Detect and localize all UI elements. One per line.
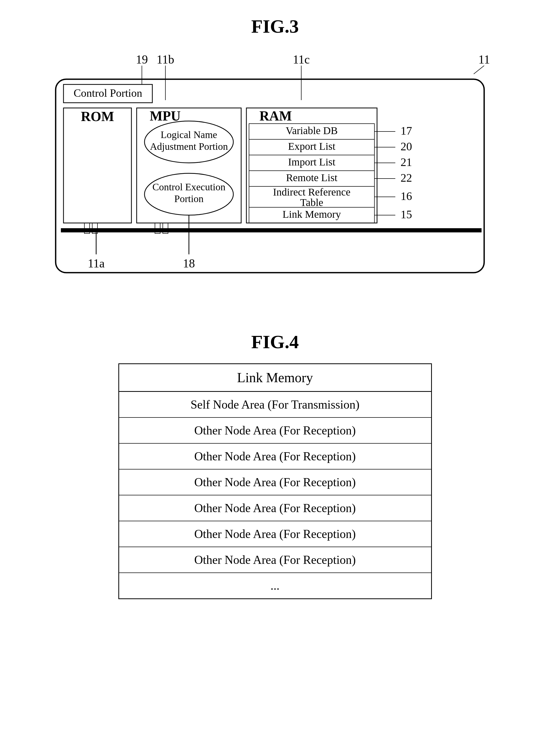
mpu-label: MPU — [150, 108, 181, 123]
label-11: 11 — [478, 53, 490, 66]
svg-line-6 — [474, 66, 484, 74]
control-exec-text2: Portion — [174, 193, 204, 204]
export-list-label: Export List — [288, 140, 335, 152]
bus-bar — [61, 228, 482, 232]
table-row: Other Node Area (For Reception) — [119, 521, 431, 547]
indirect-ref-text2: Table — [300, 197, 323, 208]
link-memory-header: Link Memory — [119, 364, 431, 392]
table-row: Other Node Area (For Reception) — [119, 495, 431, 521]
ref-22: 22 — [400, 171, 412, 184]
other-node-row-4: Other Node Area (For Reception) — [119, 495, 431, 521]
table-row: ... — [119, 573, 431, 599]
label-11b: 11b — [157, 53, 174, 66]
ref-20: 20 — [400, 140, 412, 153]
fig4-title: FIG.4 — [251, 331, 298, 353]
other-node-row-5: Other Node Area (For Reception) — [119, 521, 431, 547]
logical-name-text2: Adjustment Portion — [150, 141, 228, 152]
table-row: Other Node Area (For Reception) — [119, 443, 431, 469]
other-node-row-2: Other Node Area (For Reception) — [119, 443, 431, 469]
ram-label: RAM — [260, 108, 292, 123]
control-exec-text1: Control Execution — [152, 181, 226, 192]
ref-17: 17 — [400, 124, 412, 137]
fig4-table: Link Memory Self Node Area (For Transmis… — [118, 363, 432, 599]
fig4-container: Link Memory Self Node Area (For Transmis… — [118, 363, 432, 599]
other-node-row-3: Other Node Area (For Reception) — [119, 469, 431, 495]
label-11c: 11c — [292, 53, 309, 66]
other-node-row-1: Other Node Area (For Reception) — [119, 417, 431, 443]
logical-name-text1: Logical Name — [161, 129, 217, 140]
table-row: Link Memory — [119, 364, 431, 392]
variable-db-label: Variable DB — [285, 125, 337, 136]
ellipsis-row: ... — [119, 573, 431, 599]
fig3-title: FIG.3 — [251, 16, 298, 37]
ref-16: 16 — [400, 190, 412, 203]
rom-label: ROM — [81, 109, 114, 124]
import-list-label: Import List — [288, 156, 335, 168]
label-18: 18 — [183, 257, 195, 270]
ref-21: 21 — [400, 156, 412, 169]
rom-box — [64, 108, 132, 223]
ref-15: 15 — [400, 208, 412, 221]
table-row: Other Node Area (For Reception) — [119, 469, 431, 495]
label-19: 19 — [136, 53, 148, 66]
self-node-row: Self Node Area (For Transmission) — [119, 392, 431, 418]
table-row: Self Node Area (For Transmission) — [119, 392, 431, 418]
indirect-ref-text1: Indirect Reference — [273, 186, 350, 198]
fig3-diagram: 19 11b 11c 11 Control Portion ROM MPU Lo… — [40, 48, 510, 310]
link-memory-label: Link Memory — [282, 208, 341, 220]
other-node-row-6: Other Node Area (For Reception) — [119, 547, 431, 573]
label-11a: 11a — [88, 257, 105, 270]
control-portion-label: Control Portion — [73, 87, 142, 99]
table-row: Other Node Area (For Reception) — [119, 547, 431, 573]
remote-list-label: Remote List — [286, 172, 337, 184]
table-row: Other Node Area (For Reception) — [119, 417, 431, 443]
